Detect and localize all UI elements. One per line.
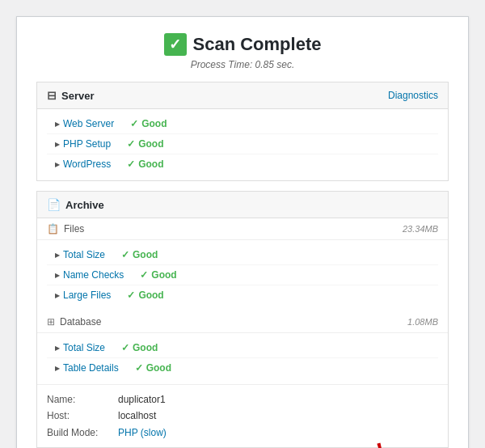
checkmark-icon: ✓ — [121, 249, 129, 260]
meta-name-row: Name: duplicator1 — [47, 391, 438, 408]
meta-build-mode-value[interactable]: PHP (slow) — [118, 425, 167, 441]
database-size: 1.08MB — [407, 317, 438, 327]
name-checks-link[interactable]: Name Checks — [55, 269, 124, 281]
checkmark-icon: ✓ — [140, 269, 148, 281]
archive-title: 📄 Archive — [47, 198, 104, 211]
meta-build-mode-label: Build Mode: — [47, 425, 112, 441]
archive-icon: 📄 — [47, 198, 61, 211]
server-section: ⊟ Server Diagnostics Web Server ✓ Good P… — [36, 82, 449, 181]
table-row: Table Details ✓ Good — [47, 358, 438, 378]
table-details-link[interactable]: Table Details — [55, 362, 119, 374]
meta-host-row: Host: localhost — [47, 408, 438, 424]
files-subsection-header: 📋 Files 23.34MB — [37, 218, 448, 240]
header: Scan Complete Process Time: 0.85 sec. — [36, 33, 449, 70]
header-title: Scan Complete — [36, 33, 449, 56]
database-subsection-header: ⊞ Database 1.08MB — [37, 311, 448, 333]
archive-section-header: 📄 Archive — [37, 192, 448, 218]
large-files-status: ✓ Good — [127, 290, 163, 301]
checkmark-icon: ✓ — [127, 290, 135, 301]
server-icon: ⊟ — [47, 89, 57, 102]
meta-host-label: Host: — [47, 408, 112, 424]
table-row: PHP Setup ✓ Good — [47, 134, 438, 154]
server-rows: Web Server ✓ Good PHP Setup ✓ Good WordP… — [37, 109, 448, 180]
table-details-status: ✓ Good — [135, 362, 171, 374]
checkmark-icon: ✓ — [135, 362, 143, 374]
table-row: Name Checks ✓ Good — [47, 265, 438, 285]
checkmark-icon: ✓ — [127, 158, 135, 170]
table-row: Web Server ✓ Good — [47, 114, 438, 134]
php-setup-link[interactable]: PHP Setup — [55, 138, 111, 150]
archive-section: 📄 Archive 📋 Files 23.34MB Total Size ✓ G… — [36, 191, 449, 448]
total-size-link[interactable]: Total Size — [55, 249, 105, 260]
web-server-link[interactable]: Web Server — [55, 118, 114, 129]
checkmark-icon: ✓ — [127, 138, 135, 150]
page-title: Scan Complete — [193, 34, 322, 55]
files-rows: Total Size ✓ Good Name Checks ✓ Good Lar… — [37, 240, 448, 311]
table-row: Total Size ✓ Good — [47, 338, 438, 358]
checkmark-icon: ✓ — [121, 342, 129, 353]
arrow-indicator: ➘ — [369, 438, 394, 448]
web-server-status: ✓ Good — [130, 118, 167, 129]
table-row: Total Size ✓ Good — [47, 245, 438, 265]
files-title: 📋 Files — [47, 223, 84, 235]
meta-name-value: duplicator1 — [118, 391, 166, 408]
wordpress-link[interactable]: WordPress — [55, 158, 111, 170]
files-icon: 📋 — [47, 223, 59, 235]
wordpress-status: ✓ Good — [127, 158, 163, 170]
meta-name-label: Name: — [47, 391, 112, 408]
database-title: ⊞ Database — [47, 316, 101, 328]
files-size: 23.34MB — [403, 224, 438, 234]
checkmark-icon: ✓ — [130, 118, 138, 129]
process-time: Process Time: 0.85 sec. — [36, 59, 449, 70]
db-total-size-status: ✓ Good — [121, 342, 158, 353]
check-icon — [164, 33, 187, 56]
diagnostics-link[interactable]: Diagnostics — [388, 90, 438, 101]
database-rows: Total Size ✓ Good Table Details ✓ Good — [37, 333, 448, 384]
db-total-size-link[interactable]: Total Size — [55, 342, 105, 353]
large-files-link[interactable]: Large Files — [55, 290, 111, 301]
table-row: WordPress ✓ Good — [47, 154, 438, 174]
meta-host-value: localhost — [118, 408, 156, 424]
main-container: Scan Complete Process Time: 0.85 sec. ⊟ … — [16, 16, 469, 448]
total-size-status: ✓ Good — [121, 249, 158, 260]
database-icon: ⊞ — [47, 316, 55, 328]
name-checks-status: ✓ Good — [140, 269, 176, 281]
server-section-header: ⊟ Server Diagnostics — [37, 82, 448, 109]
server-title: ⊟ Server — [47, 89, 94, 102]
table-row: Large Files ✓ Good — [47, 285, 438, 305]
php-setup-status: ✓ Good — [127, 138, 163, 150]
